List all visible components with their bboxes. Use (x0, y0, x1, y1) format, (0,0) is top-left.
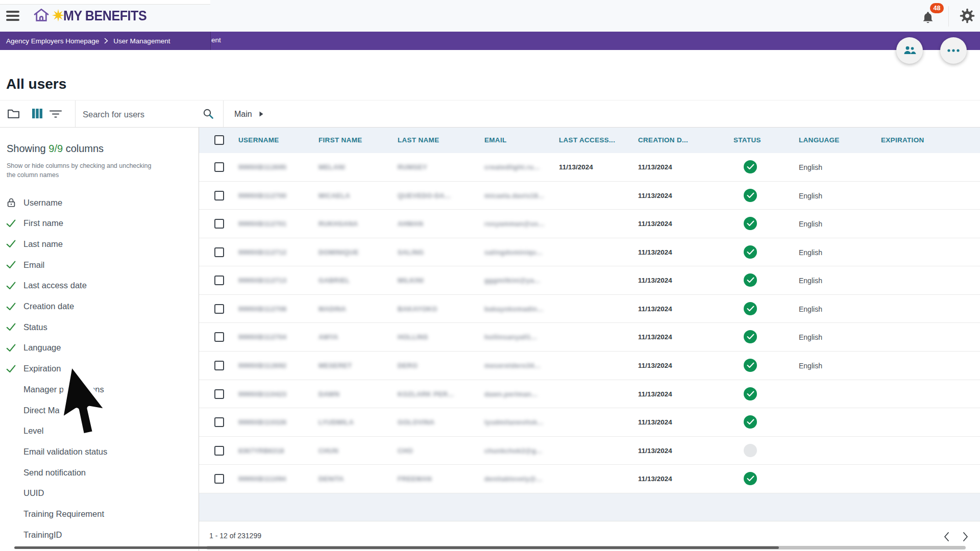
column-toggle-item[interactable]: Direct Manager (0, 404, 199, 417)
cell-username: 8367YRB6318 (238, 447, 315, 455)
row-checkbox[interactable] (214, 219, 224, 229)
column-header[interactable]: LAST ACCESS... (559, 136, 615, 144)
column-header[interactable]: LANGUAGE (799, 136, 840, 144)
column-header[interactable]: EXPIRATION (881, 136, 924, 144)
row-checkbox[interactable] (214, 276, 224, 285)
column-toggle-label: Email validation status (23, 447, 107, 457)
cell-first-name: DAWN (318, 390, 393, 398)
manage-users-fab[interactable] (896, 37, 923, 64)
header-divider (948, 6, 949, 27)
status-active-icon (744, 273, 757, 287)
column-toggle-item[interactable]: Training Requirement (0, 508, 199, 521)
breadcrumb-home-link[interactable]: Agency Employers Homepage (6, 37, 99, 45)
column-toggle-label: Expiration (23, 364, 61, 373)
menu-icon[interactable] (6, 11, 20, 22)
prev-page-button[interactable] (939, 530, 953, 544)
horizontal-scrollbar-thumb[interactable] (14, 546, 779, 549)
table-row: 9999XB112700 MICAELA QUEVEDO-DA... micae… (199, 182, 980, 210)
checkmark-icon (5, 280, 17, 292)
cell-last-name: HOLLINS (398, 333, 477, 341)
cell-creation-date: 11/13/2024 (638, 362, 702, 369)
cell-language: English (799, 163, 860, 171)
column-header[interactable]: FIRST NAME (318, 136, 362, 144)
row-checkbox[interactable] (214, 162, 224, 172)
column-toggle-item[interactable]: Creation date (0, 300, 199, 313)
column-toggle-item[interactable]: Status (0, 320, 199, 334)
column-toggle-item[interactable]: Email (0, 258, 199, 271)
filter-icon[interactable] (49, 110, 62, 120)
row-checkbox[interactable] (214, 247, 224, 257)
table-row: 9999XB112713 GABRIEL MILKINI gggmilkini@… (199, 266, 980, 295)
cell-creation-date: 11/13/2024 (638, 418, 702, 426)
column-toggle-item[interactable]: Last access date (0, 279, 199, 292)
column-toggle-label: Last access date (23, 281, 87, 290)
cell-username: 9999XB112695 (238, 163, 315, 171)
column-toggle-item[interactable]: UUID (0, 487, 199, 500)
checkmark-icon (5, 363, 17, 375)
cell-last-name: GOLOVINA (398, 418, 477, 426)
cell-creation-date: 11/13/2024 (638, 390, 702, 398)
cell-email: createdlight.ru... (484, 163, 553, 171)
view-selector[interactable]: Main (234, 101, 263, 128)
next-page-button[interactable] (959, 530, 973, 544)
column-toggle-item[interactable]: Expiration (0, 362, 199, 375)
column-header[interactable]: CREATION D... (638, 136, 688, 144)
cell-language: English (799, 333, 860, 341)
column-toggle-item[interactable]: Last name (0, 237, 199, 251)
column-toggle-item[interactable]: Language (0, 341, 199, 355)
column-toggle-item[interactable]: Required Hours (0, 549, 199, 551)
settings-gear-icon[interactable] (960, 8, 975, 26)
column-toggle-label: Send notification (23, 468, 86, 478)
column-header[interactable]: USERNAME (238, 136, 279, 144)
row-checkbox[interactable] (214, 417, 224, 427)
cell-username: 9999XB112713 (238, 277, 315, 284)
row-checkbox[interactable] (214, 389, 224, 399)
home-icon (33, 7, 50, 25)
toolbar-divider (223, 101, 224, 128)
column-toggle-item[interactable]: Email validation status (0, 445, 199, 458)
column-toggle-item[interactable]: TrainingID (0, 528, 199, 541)
column-toggle-item[interactable]: Manager permissions (0, 383, 199, 396)
column-toggle-item[interactable]: Send notification (0, 466, 199, 479)
row-checkbox[interactable] (214, 191, 224, 201)
table-toolbar: Main (0, 100, 980, 128)
column-chooser-panel: Showing 9/9 columns Show or hide columns… (0, 127, 199, 551)
row-checkbox[interactable] (214, 446, 224, 456)
checkmark-icon (5, 342, 17, 354)
folder-icon[interactable] (7, 108, 20, 121)
notification-count-badge: 48 (930, 3, 944, 13)
column-toggle-item[interactable]: First name (0, 217, 199, 230)
column-header[interactable]: LAST NAME (398, 136, 439, 144)
table-row: 9999XB112704 AMYA HOLLINS hollinsanya01.… (199, 323, 980, 352)
brand-title: MY BENEFITS (63, 8, 146, 24)
breadcrumb-current: User Management (113, 37, 170, 45)
cell-last-name: SALING (398, 248, 477, 256)
columns-icon[interactable] (31, 108, 43, 121)
column-header[interactable]: EMAIL (484, 136, 507, 144)
table-row: 8367YRB6318 CHUN CHO chunkchok2@g... 11/… (199, 437, 980, 465)
table-row: 9999XB111094 DENITA FREEMAN denitablovel… (199, 465, 980, 493)
row-checkbox[interactable] (214, 304, 224, 314)
select-all-checkbox[interactable] (214, 135, 224, 145)
cell-email: chunkchok2@g... (484, 447, 553, 455)
column-header[interactable]: STATUS (733, 136, 761, 144)
status-active-icon (744, 415, 757, 429)
column-toggle-item[interactable]: Username (0, 196, 199, 209)
more-options-fab[interactable] (940, 37, 967, 64)
search-icon[interactable] (202, 108, 214, 122)
table-row: 9999XB112695 MELANI RUMSEY createdlight.… (199, 153, 980, 182)
status-active-icon (744, 245, 757, 259)
cell-language: English (799, 248, 860, 257)
search-input[interactable] (82, 106, 200, 122)
row-checkbox[interactable] (214, 361, 224, 370)
row-checkbox[interactable] (214, 332, 224, 342)
column-toggle-item[interactable]: Level (0, 424, 199, 438)
ellipsis-icon (947, 48, 960, 53)
status-active-icon (744, 189, 757, 202)
checkmark-icon (5, 321, 17, 333)
cell-last-access-date: 11/13/2024 (559, 163, 623, 171)
row-checkbox[interactable] (214, 474, 224, 484)
table-header-row: USERNAMEFIRST NAMELAST NAMEEMAILLAST ACC… (199, 128, 980, 153)
cell-username: 9999XB110326 (238, 418, 315, 426)
checkmark-icon (5, 300, 17, 313)
